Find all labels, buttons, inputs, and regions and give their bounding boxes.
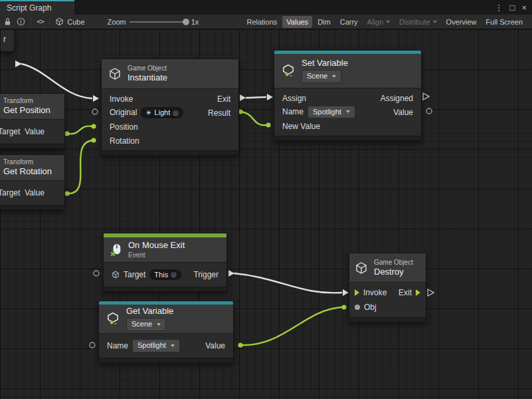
wire-exit-to-assign[interactable] [246,97,266,98]
name-input-port[interactable] [90,342,95,348]
dim-button[interactable]: Dim [313,16,335,28]
node-header[interactable]: Get Variable Scene [99,305,233,334]
port-label-value: Value [25,127,44,136]
flow-port-arrow[interactable] [93,95,99,102]
value-port-dot[interactable] [266,122,270,127]
graph-target[interactable]: Cube [55,17,84,26]
offscreen-node-fragment[interactable]: r [0,29,15,52]
values-button[interactable]: Values [282,16,312,28]
value-port-dot[interactable] [91,124,96,128]
flow-port-arrow[interactable] [228,270,234,277]
zoom-slider-handle[interactable] [183,19,189,25]
object-picker-icon[interactable]: ◎ [171,270,177,279]
value-port-dot[interactable] [238,342,242,347]
cube-icon [55,17,64,26]
port-label-obj: Obj [364,303,377,312]
object-field-light[interactable]: ☀ Light ◎ [141,107,183,118]
align-label: Align [367,18,383,26]
flow-port-arrow[interactable] [267,94,273,100]
node-category: Transform [3,158,52,166]
node-title: Get Variable [126,307,173,317]
variable-name-value: Spotlight [313,107,341,117]
node-footer [274,136,421,140]
value-port-dot[interactable] [64,191,69,196]
zoom-value: 1x [191,18,199,26]
port-label-target: Target [124,270,145,279]
node-on-mouse-exit[interactable]: On Mouse Exit Event Target This ◎ Trigge… [103,233,227,292]
node-title: On Mouse Exit [128,241,185,251]
value-port-dot[interactable] [341,305,346,309]
object-field-this[interactable]: This ◎ [149,269,181,280]
node-get-position[interactable]: Transform Get Position Target Value [0,93,65,149]
carry-button[interactable]: Carry [336,16,362,28]
info-icon[interactable] [17,16,25,28]
flow-port-arrow[interactable] [416,289,420,296]
zoom-label: Zoom [108,18,126,26]
wire-getvariable-to-obj[interactable] [240,307,343,345]
wire-result-to-newvalue[interactable] [240,112,267,125]
wire-getposition-to-position[interactable] [67,126,93,134]
node-set-variable[interactable]: Set Variable Scene Assign Assigned Name [274,50,422,141]
graph-target-label: Cube [67,18,84,26]
close-icon[interactable]: × [521,3,527,12]
port-label-invoke: Invoke [363,288,387,297]
toolbar-separator [49,17,50,27]
wire-getrotation-to-rotation[interactable] [67,140,93,194]
destroy-exit-port[interactable] [428,289,434,296]
node-destroy[interactable]: Game Object Destroy Invoke Exit [349,253,426,323]
overview-button[interactable]: Overview [442,16,481,28]
assigned-output-port[interactable] [423,93,429,100]
port-label-result: Result [208,108,230,118]
lock-icon[interactable] [4,16,11,28]
node-header[interactable]: On Mouse Exit Event [104,237,226,263]
distribute-dropdown[interactable]: Distribute [395,16,440,28]
node-get-rotation[interactable]: Transform Get Rotation Target Value [0,154,65,210]
node-header[interactable]: Set Variable Scene [274,54,421,88]
port-label-name: Name [107,341,128,350]
chevron-down-icon [171,344,175,347]
node-get-variable[interactable]: Get Variable Scene Name Spotlight [98,301,234,363]
variable-name-dropdown[interactable]: Spotlight [132,339,180,352]
original-input-port[interactable] [92,109,98,114]
value-port-dot[interactable] [355,305,360,310]
node-header[interactable]: Transform Get Position [0,94,64,120]
flow-port-arrow[interactable] [355,289,359,296]
node-header[interactable]: Game Object Instantiate [102,59,238,89]
wire-trigger-to-destroy-invoke[interactable] [234,273,342,293]
maximize-icon[interactable]: □ [510,3,515,12]
node-header[interactable]: Transform Get Rotation [0,155,64,181]
port-label-assign: Assign [282,94,306,103]
port-label-value: Value [393,108,413,117]
graph-canvas[interactable]: r Transform Get Position Target Value [0,29,532,399]
game-object-icon [108,67,122,80]
align-dropdown[interactable]: Align [363,16,394,28]
variable-name-dropdown[interactable]: Spotlight [308,106,355,118]
port-label-name: Name [282,107,304,116]
variable-icon [281,64,296,78]
menu-icon[interactable]: ⋮ [495,3,503,12]
object-picker-icon[interactable]: ◎ [173,108,179,117]
flow-port-arrow[interactable] [240,94,246,101]
code-view-icon[interactable]: <> [37,16,44,28]
flow-port-arrow[interactable] [343,289,349,296]
node-footer [102,150,238,155]
value-output-port[interactable] [426,108,432,114]
value-port-dot[interactable] [64,131,69,136]
target-input-port[interactable] [94,271,99,276]
zoom-slider[interactable] [130,21,188,23]
tab-script-graph[interactable]: Script Graph [0,0,74,15]
node-instantiate[interactable]: Game Object Instantiate Invoke Exit Orig… [101,59,239,156]
variable-scope-dropdown[interactable]: Scene [126,318,166,331]
port-label-position: Position [110,122,138,132]
variable-scope-dropdown[interactable]: Scene [302,70,341,82]
distribute-label: Distribute [399,18,430,26]
variable-icon [106,312,120,327]
object-field-value: Light [154,108,170,117]
relations-button[interactable]: Relations [242,16,281,28]
fragment-label: r [3,35,6,44]
full-screen-button[interactable]: Full Screen [482,16,527,28]
flow-port-arrow[interactable] [15,61,22,67]
node-header[interactable]: Game Object Destroy [349,253,426,283]
value-port-dot[interactable] [91,138,96,142]
port-label-assigned: Assigned [381,94,413,103]
